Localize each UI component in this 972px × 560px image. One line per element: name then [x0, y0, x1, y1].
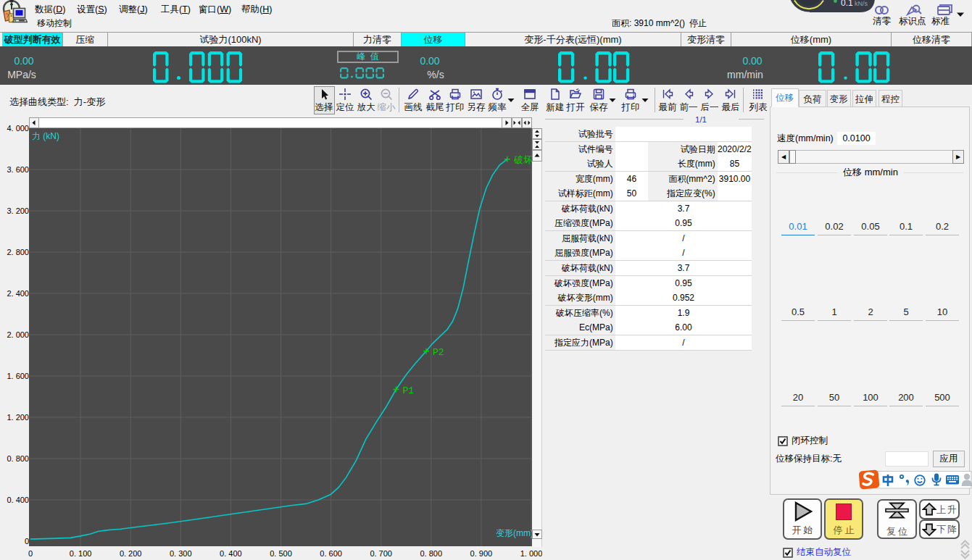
svg-text:0. 400: 0. 400 [220, 549, 242, 558]
svg-text:0: 0 [28, 549, 33, 558]
svg-text:变形(mm): 变形(mm) [496, 528, 533, 538]
svg-text:0. 400: 0. 400 [7, 496, 29, 504]
svg-text:0. 800: 0. 800 [420, 549, 443, 558]
svg-text:1. 600: 1. 600 [7, 372, 29, 380]
svg-text:2. 400: 2. 400 [7, 289, 29, 298]
svg-text:2. 000: 2. 000 [7, 330, 29, 339]
svg-text:3. 600: 3. 600 [7, 165, 29, 174]
svg-text:0. 900: 0. 900 [470, 549, 493, 558]
svg-text:3. 200: 3. 200 [7, 206, 29, 215]
svg-text:P1: P1 [402, 385, 414, 396]
svg-text:0. 600: 0. 600 [320, 549, 342, 558]
svg-text:1. 200: 1. 200 [7, 413, 29, 422]
svg-text:0. 800: 0. 800 [7, 454, 29, 463]
svg-text:0. 700: 0. 700 [370, 549, 392, 558]
svg-text:0. 200: 0. 200 [120, 549, 142, 558]
svg-text:0.1: 0.1 [841, 0, 853, 8]
svg-text:力 (kN): 力 (kN) [32, 131, 59, 141]
svg-text:0: 0 [25, 537, 29, 546]
svg-text:2. 800: 2. 800 [7, 248, 29, 256]
svg-text:P2: P2 [433, 347, 444, 358]
svg-text:破坏: 破坏 [514, 155, 533, 166]
svg-text:0. 100: 0. 100 [70, 549, 92, 558]
svg-text:1. 000: 1. 000 [520, 549, 542, 558]
svg-text:4. 000: 4. 000 [7, 124, 29, 133]
svg-text:0. 500: 0. 500 [270, 549, 292, 558]
svg-text:0. 300: 0. 300 [170, 549, 192, 558]
svg-text:kN/s: kN/s [855, 0, 868, 7]
